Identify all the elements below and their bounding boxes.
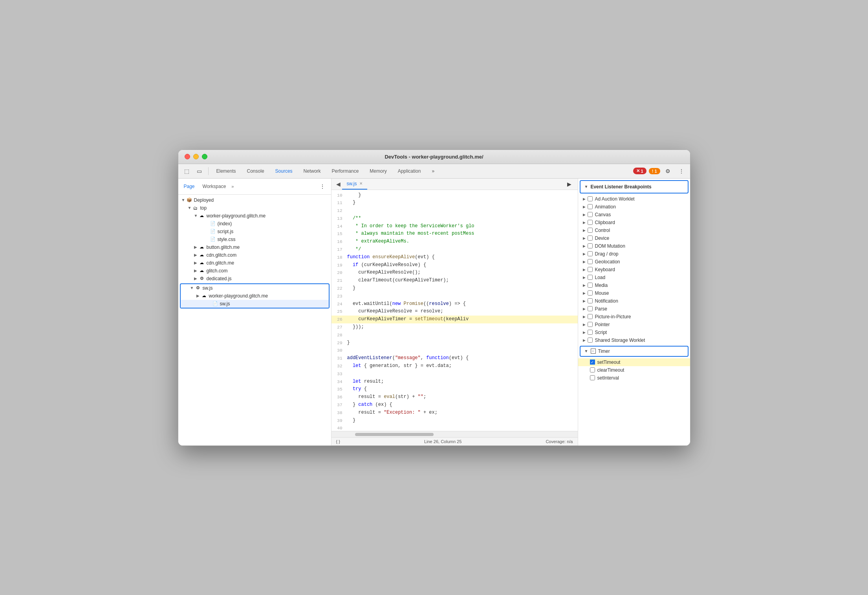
bp-timer-group-header[interactable]: ▼ − Timer <box>580 346 689 357</box>
bp-checkbox-pip[interactable] <box>588 314 593 319</box>
tab-elements[interactable]: Elements <box>212 167 241 175</box>
warn-badge[interactable]: ! 1 <box>649 168 660 174</box>
tab-performance[interactable]: Performance <box>327 167 364 175</box>
tree-item-scriptjs[interactable]: 📄 script.js <box>178 228 331 235</box>
bp-cleartimeout-checkbox[interactable] <box>590 367 595 372</box>
panel-more-icon[interactable]: ⋮ <box>317 181 328 192</box>
tree-item-top[interactable]: ▼ 🗂 top <box>178 204 331 212</box>
code-line-18: 18 function ensureKeepAlive(evt) { <box>331 254 578 261</box>
bp-checkbox-script[interactable] <box>588 330 593 335</box>
bp-item-device[interactable]: ▶ Device <box>578 234 690 242</box>
bp-expand-arrow: ▶ <box>583 221 588 224</box>
select-element-icon[interactable]: ⬚ <box>181 166 192 177</box>
bp-checkbox-pointer[interactable] <box>588 322 593 327</box>
tree-item-sw-swjs[interactable]: 📄 sw.js <box>181 300 329 308</box>
tree-item-button-glitch[interactable]: ▶ ☁ button.glitch.me <box>178 243 331 251</box>
bp-item-drag-drop[interactable]: ▶ Drag / drop <box>578 250 690 258</box>
tree-item-worker-playground[interactable]: ▼ ☁ worker-playground.glitch.me <box>178 212 331 220</box>
bp-item-script[interactable]: ▶ Script <box>578 329 690 336</box>
bp-checkbox-load[interactable] <box>588 275 593 280</box>
bp-item-keyboard[interactable]: ▶ Keyboard <box>578 266 690 274</box>
code-line-19: 19 if (curKeepAliveResolve) { <box>331 261 578 269</box>
tab-network[interactable]: Network <box>299 167 326 175</box>
horizontal-scrollbar[interactable] <box>331 431 578 437</box>
code-line-32: 32 let { generation, str } = evt.data; <box>331 362 578 370</box>
tab-memory[interactable]: Memory <box>365 167 391 175</box>
close-button[interactable] <box>185 154 190 159</box>
editor-tab-swjs[interactable]: sw.js ✕ <box>342 179 367 190</box>
bp-checkbox-animation[interactable] <box>588 204 593 209</box>
bp-setinterval-checkbox[interactable] <box>590 375 595 380</box>
tree-item-deployed[interactable]: ▼ 📦 Deployed <box>178 196 331 204</box>
bp-child-cleartimeout[interactable]: clearTimeout <box>578 366 690 374</box>
bp-checkbox-shared-storage[interactable] <box>588 338 593 343</box>
bp-checkbox-dom-mutation[interactable] <box>588 243 593 248</box>
bp-item-dom-mutation[interactable]: ▶ DOM Mutation <box>578 242 690 250</box>
tree-item-dedicated[interactable]: ▶ ⚙ dedicated.js <box>178 275 331 283</box>
scrollbar-thumb[interactable] <box>355 433 434 436</box>
tree-item-cdn-glitch-me[interactable]: ▶ ☁ cdn.glitch.me <box>178 259 331 267</box>
bp-checkbox-mouse[interactable] <box>588 290 593 296</box>
bp-item-load[interactable]: ▶ Load <box>578 274 690 281</box>
tab-page[interactable]: Page <box>181 183 197 190</box>
bp-item-shared-storage[interactable]: ▶ Shared Storage Worklet <box>578 336 690 344</box>
bp-child-setinterval[interactable]: setInterval <box>578 374 690 382</box>
bp-item-animation[interactable]: ▶ Animation <box>578 203 690 211</box>
bp-checkbox-ad-auction[interactable] <box>588 196 593 201</box>
tab-more[interactable]: » <box>427 167 439 175</box>
tab-more-panel[interactable]: » <box>231 184 234 189</box>
tree-item-glitch-com[interactable]: ▶ ☁ glitch.com <box>178 267 331 275</box>
bp-item-geolocation[interactable]: ▶ Geolocation <box>578 258 690 266</box>
tab-application[interactable]: Application <box>393 167 426 175</box>
device-mode-icon[interactable]: ▭ <box>194 166 205 177</box>
code-line-39: 39 } <box>331 417 578 425</box>
minimize-button[interactable] <box>193 154 199 159</box>
bp-item-pointer[interactable]: ▶ Pointer <box>578 321 690 329</box>
expand-panel-icon[interactable]: ▶ <box>564 179 575 189</box>
bp-checkbox-parse[interactable] <box>588 306 593 311</box>
error-badge[interactable]: ✕ 1 <box>633 168 646 174</box>
bp-item-ad-auction[interactable]: ▶ Ad Auction Worklet <box>578 195 690 203</box>
breakpoints-header[interactable]: ▼ Event Listener Breakpoints <box>580 180 689 193</box>
tree-item-index[interactable]: 📄 (index) <box>178 220 331 228</box>
bp-child-settimeout[interactable]: setTimeout <box>578 358 690 366</box>
bp-checkbox-device[interactable] <box>588 235 593 241</box>
maximize-button[interactable] <box>202 154 207 159</box>
format-button[interactable]: { } <box>336 439 340 444</box>
bp-item-mouse[interactable]: ▶ Mouse <box>578 289 690 297</box>
bp-checkbox-drag-drop[interactable] <box>588 251 593 256</box>
tab-workspace[interactable]: Workspace <box>200 183 229 190</box>
bp-item-clipboard[interactable]: ▶ Clipboard <box>578 219 690 226</box>
bp-item-canvas[interactable]: ▶ Canvas <box>578 211 690 219</box>
code-line-29: 29 } <box>331 339 578 347</box>
collapse-panel-icon[interactable]: ◀ <box>335 179 342 190</box>
bp-item-media[interactable]: ▶ Media <box>578 281 690 289</box>
tree-item-swjs[interactable]: ▼ ⚙ sw.js <box>181 284 329 292</box>
editor-content[interactable]: 10 } 11 } 12 13 <box>331 190 578 431</box>
bp-checkbox-canvas[interactable] <box>588 212 593 217</box>
panel-tab-actions: ⋮ <box>317 181 328 192</box>
bp-item-parse[interactable]: ▶ Parse <box>578 305 690 313</box>
breakpoints-list: ▶ Ad Auction Worklet ▶ Animation ▶ Canva… <box>578 195 690 382</box>
settings-icon[interactable]: ⚙ <box>663 166 674 177</box>
bp-item-pip[interactable]: ▶ Picture-in-Picture <box>578 313 690 321</box>
bp-checkbox-keyboard[interactable] <box>588 267 593 272</box>
tab-sources[interactable]: Sources <box>271 167 297 175</box>
bp-checkbox-media[interactable] <box>588 283 593 288</box>
bp-item-control[interactable]: ▶ Control <box>578 226 690 234</box>
tree-item-stylecss[interactable]: 📄 style.css <box>178 235 331 243</box>
bp-checkbox-clipboard[interactable] <box>588 220 593 225</box>
tree-item-sw-worker-playground[interactable]: ▶ ☁ worker-playground.glitch.me <box>181 292 329 300</box>
tree-item-cdn-glitch-com[interactable]: ▶ ☁ cdn.glitch.com <box>178 251 331 259</box>
bp-settimeout-checked[interactable] <box>590 360 595 365</box>
bp-item-notification[interactable]: ▶ Notification <box>578 297 690 305</box>
more-options-icon[interactable]: ⋮ <box>676 166 687 177</box>
code-line-23: 23 <box>331 292 578 300</box>
breakpoints-title: Event Listener Breakpoints <box>590 184 651 190</box>
bp-checkbox-geolocation[interactable] <box>588 259 593 264</box>
tab-console[interactable]: Console <box>242 167 269 175</box>
editor-tab-close[interactable]: ✕ <box>359 181 363 186</box>
sw-highlight-box: ▼ ⚙ sw.js ▶ ☁ worker-playground.glitch.m… <box>180 283 330 308</box>
bp-checkbox-control[interactable] <box>588 228 593 233</box>
bp-checkbox-notification[interactable] <box>588 298 593 303</box>
